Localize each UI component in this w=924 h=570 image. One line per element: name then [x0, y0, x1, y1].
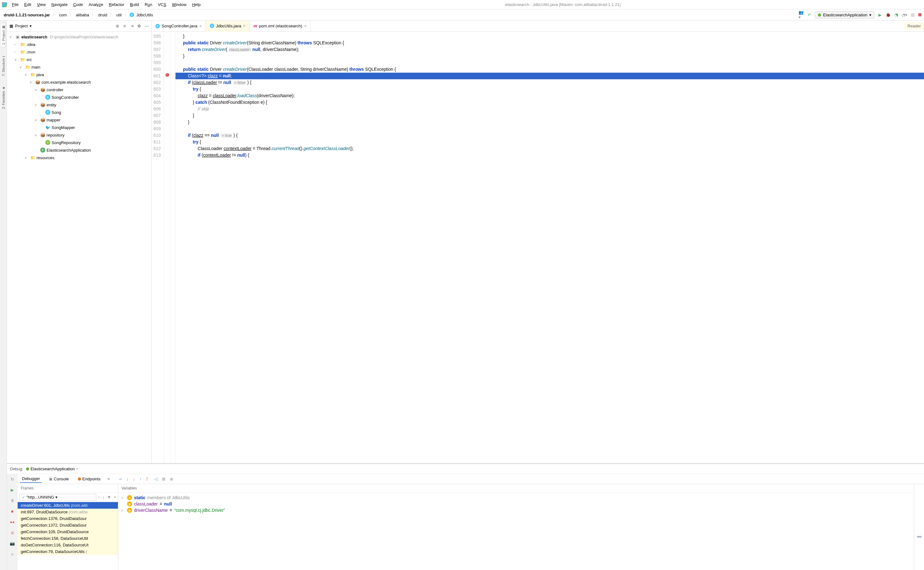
profile-button[interactable]: ◔▾ — [902, 12, 907, 17]
locate-icon[interactable]: ⊕ — [116, 24, 119, 28]
crumb[interactable]: JdbcUtils — [135, 12, 155, 18]
code-lines[interactable]: } public static Driver createDriver(Stri… — [176, 32, 924, 463]
project-tree[interactable]: ∨▣elasticsearchD:\projects\IdeaProjects\… — [7, 32, 151, 463]
attach-button[interactable]: ⊟ — [910, 12, 915, 17]
stop-button[interactable] — [918, 13, 921, 16]
menu-window[interactable]: Window — [170, 2, 189, 8]
menu-run[interactable]: Run — [142, 2, 155, 8]
back-icon[interactable]: ↶ — [807, 12, 812, 17]
var-row[interactable]: pclassLoader = null — [121, 501, 911, 507]
tab-label: JdbcUtils.java — [216, 24, 241, 28]
crumb[interactable]: alibaba — [75, 12, 90, 18]
structure-tool-button[interactable]: 7: Structure ⫿ — [2, 54, 5, 78]
user-icon[interactable]: 👥▾ — [799, 12, 803, 17]
stop-button[interactable]: ■ — [9, 508, 15, 514]
frames-header: Frames — [18, 484, 118, 493]
collapse-icon[interactable]: ⇥ — [130, 24, 134, 28]
reader-mode-badge[interactable]: Reader — [904, 22, 924, 29]
run-to-cursor-icon[interactable]: →| — [153, 477, 158, 481]
frame-row[interactable]: getConnection:1376, DruidDataSour — [18, 515, 118, 522]
menu-navigate[interactable]: Navigate — [49, 2, 70, 8]
code-editor[interactable]: 5955965975985996006016026036046056066076… — [151, 32, 924, 463]
thread-selector[interactable]: ✓ "http...UNNING ▾ — [20, 494, 96, 501]
check-icon: ✓ — [22, 495, 25, 500]
next-frame-icon[interactable]: ↓ — [102, 495, 105, 500]
close-icon[interactable]: × — [243, 23, 246, 28]
filter-icon[interactable]: ▼ — [107, 495, 111, 500]
hide-icon[interactable]: — — [145, 24, 149, 28]
var-row[interactable]: ›pdriverClassName = "com.mysql.cj.jdbc.D… — [121, 507, 911, 513]
frame-row[interactable]: getConnection:1372, DruidDataSour — [18, 522, 118, 529]
crumb[interactable]: druid-1.1.21-sources.jar — [3, 12, 51, 18]
var-row[interactable]: ›sstatic members of JdbcUtils — [121, 495, 911, 501]
tab-jdbcutils[interactable]: CJdbcUtils.java× — [206, 21, 250, 32]
console-tab[interactable]: ▣Console — [47, 475, 71, 483]
source-folder-icon: 📁 — [30, 72, 35, 77]
camera-button[interactable]: 📷 — [9, 540, 15, 546]
step-over-icon[interactable]: ⤻ — [119, 477, 122, 481]
evaluate-icon[interactable]: ⊞ — [162, 477, 165, 481]
menu-analyze[interactable]: Analyze — [86, 2, 106, 8]
prev-frame-icon[interactable]: ↑ — [98, 495, 100, 500]
menu-build[interactable]: Build — [127, 2, 142, 8]
frame-row[interactable]: doGetConnection:116, DataSourceUt — [18, 542, 118, 548]
crumb[interactable]: util — [115, 12, 123, 18]
glasses-icon[interactable]: 👓 — [917, 535, 922, 570]
chevron-down-icon[interactable]: ▾ — [29, 24, 32, 28]
add-icon[interactable]: + — [113, 495, 116, 500]
line-numbers: 5955965975985996006016026036046056066076… — [151, 32, 164, 463]
trace-icon[interactable]: ≣ — [170, 477, 173, 481]
resume-button[interactable]: ▶ — [9, 487, 15, 493]
tab-songcontroller[interactable]: CSongController.java× — [151, 20, 206, 31]
gutter-icons[interactable] — [164, 32, 170, 463]
tree-label: mapper — [47, 118, 60, 123]
package-icon: 📦 — [35, 80, 40, 84]
breakpoint-icon[interactable] — [165, 73, 169, 77]
rerun-button[interactable]: ↻ — [9, 476, 15, 482]
menu-vcs[interactable]: VCS — [155, 2, 169, 8]
menu-refactor[interactable]: Refactor — [106, 2, 127, 8]
debugger-tab[interactable]: Debugger — [20, 475, 42, 483]
expand-icon[interactable]: ≑ — [123, 24, 127, 28]
menu-code[interactable]: Code — [71, 2, 86, 8]
menu-help[interactable]: Help — [190, 2, 203, 8]
debug-config[interactable]: ⬢ ElasticsearchApplication × — [26, 466, 79, 471]
folder-icon: 📁 — [20, 42, 25, 47]
tab-pom[interactable]: mpom.xml (elasticsearch)× — [250, 20, 311, 31]
frame-list[interactable]: createDriver:601, JdbcUtils (com.alibini… — [18, 502, 118, 570]
chevron-down-icon: ▾ — [869, 12, 872, 17]
breakpoints-button[interactable]: ●● — [9, 519, 15, 525]
frame-row[interactable]: getConnection:79, DataSourceUtils ( — [18, 548, 118, 555]
coverage-button[interactable]: ⬔ — [894, 12, 899, 17]
force-step-into-icon[interactable]: ↓ — [133, 477, 135, 481]
close-icon[interactable]: × — [304, 24, 307, 29]
run-config-selector[interactable]: ⬢ ElasticsearchApplication ▾ — [815, 11, 874, 18]
pause-button[interactable]: ⏸ — [9, 497, 15, 504]
gear-icon[interactable]: ✿ — [138, 24, 141, 28]
menu-view[interactable]: View — [34, 2, 48, 8]
drop-frame-icon[interactable]: ⤴ — [146, 477, 148, 481]
more-button[interactable]: » — [9, 551, 15, 557]
frame-row[interactable]: fetchConnection:158, DataSourceUtil — [18, 535, 118, 542]
frame-row[interactable]: getConnection:109, DruidDataSource — [18, 529, 118, 535]
run-button[interactable]: ▶ — [877, 12, 883, 17]
step-out-icon[interactable]: ↑ — [139, 477, 142, 481]
project-tool-button[interactable]: 1: Project ▦ — [1, 23, 6, 47]
frame-row[interactable]: createDriver:601, JdbcUtils (com.alib — [18, 502, 118, 509]
close-icon[interactable]: × — [199, 24, 202, 29]
class-icon: C — [40, 147, 45, 153]
fold-column[interactable] — [170, 32, 176, 463]
frame-row[interactable]: init:897, DruidDataSource (com.aliba — [18, 509, 118, 515]
threads-icon[interactable]: ≡ — [107, 477, 110, 481]
debug-button[interactable]: 🐞 — [886, 12, 891, 17]
crumb[interactable]: com — [58, 12, 68, 18]
menu-file[interactable]: File — [9, 2, 21, 8]
mute-bp-button[interactable]: ⊘ — [9, 529, 15, 536]
favorites-tool-button[interactable]: 2: Favorites ★ — [1, 84, 5, 111]
menu-edit[interactable]: Edit — [22, 2, 34, 8]
close-icon[interactable]: × — [76, 466, 79, 471]
vars-list[interactable]: ›sstatic members of JdbcUtilspclassLoade… — [118, 493, 914, 570]
endpoints-tab[interactable]: ⬣Endpoints — [76, 475, 102, 483]
step-into-icon[interactable]: ↓ — [127, 477, 129, 481]
crumb[interactable]: druid — [97, 12, 109, 18]
